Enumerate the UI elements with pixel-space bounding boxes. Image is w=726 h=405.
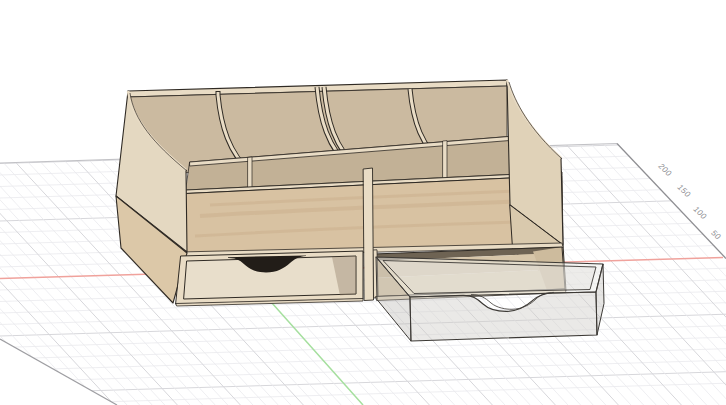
right-drawer-ghost[interactable] (376, 257, 604, 341)
ghost-front-face (410, 292, 597, 341)
left-drawer-unit[interactable] (176, 251, 363, 306)
front-divider-left-unit (248, 157, 252, 187)
unit-gap (364, 168, 374, 301)
front-divider-right-unit (443, 141, 447, 178)
scene-canvas[interactable] (0, 0, 726, 405)
cad-viewport[interactable]: 200 150 100 50 (0, 0, 726, 405)
